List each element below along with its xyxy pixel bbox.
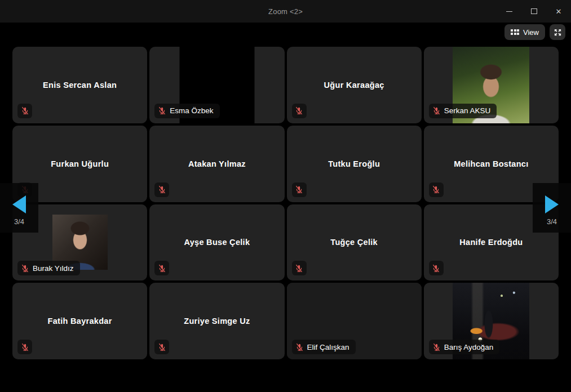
mic-muted-badge [154,261,169,275]
participant-tile[interactable]: Tutku Eroğlu [287,126,422,202]
mic-muted-badge [292,182,307,197]
page-indicator-left: 3/4 [14,217,24,226]
page-indicator-right: 3/4 [547,217,557,226]
view-button[interactable]: View [504,24,545,40]
maximize-icon [531,8,537,14]
mic-muted-icon [21,264,29,273]
participant-name-centered: Tuğçe Çelik [287,204,422,281]
participant-name-label: Elif Çalışkan [292,340,356,354]
mic-muted-icon [21,106,29,115]
maximize-button[interactable] [521,0,546,23]
minimize-button[interactable] [497,0,521,23]
participant-label-name: Esma Özbek [170,106,213,115]
mic-muted-icon [295,185,303,194]
participant-name-centered: Fatih Bayrakdar [12,283,147,359]
participant-name-centered: Uğur Karaağaç [287,47,422,123]
participant-tile[interactable]: Ayşe Buse Çelik [149,204,284,281]
mic-muted-icon [295,106,303,115]
window-controls: ✕ [497,0,571,23]
participant-name-centered: Tutku Eroğlu [287,126,422,202]
participant-label-name: Serkan AKSU [444,106,491,115]
participants-grid: Enis Sercan Aslan Esma Özbek [12,47,559,359]
view-button-label: View [523,28,539,37]
participant-tile[interactable]: Enis Sercan Aslan [12,47,147,123]
participant-name-centered: Ayşe Buse Çelik [149,204,284,281]
gallery-view-icon [511,29,519,35]
participant-name-label: Serkan AKSU [429,104,497,118]
mic-muted-icon [432,343,441,351]
participant-tile[interactable]: Esma Özbek [149,47,284,123]
mic-muted-icon [158,343,166,351]
mic-muted-badge [154,340,169,354]
participant-label-name: Elif Çalışkan [307,343,349,351]
fullscreen-icon [554,28,562,37]
mic-muted-badge [292,261,307,275]
mic-muted-icon [432,185,440,194]
next-page-overlay: 3/4 [533,183,571,233]
participant-name-label: Burak Yıldız [17,261,80,275]
zoom-window: Zoom <2> ✕ View Enis Sercan Aslan [0,0,571,392]
participant-tile[interactable]: Elif Çalışkan [287,283,422,359]
participant-tile[interactable]: Zuriye Simge Uz [149,283,284,359]
participant-name-centered: Atakan Yılmaz [149,126,284,202]
close-button[interactable]: ✕ [546,0,571,23]
minimize-icon [506,11,512,12]
mic-muted-badge [17,104,32,118]
participant-tile[interactable]: Serkan AKSU [424,47,559,123]
mic-muted-badge [429,182,444,197]
mic-muted-icon [158,185,166,194]
window-title: Zoom <2> [0,0,571,23]
mic-muted-icon [158,264,166,273]
titlebar: Zoom <2> ✕ [0,0,571,23]
participant-tile[interactable]: Uğur Karaağaç [287,47,422,123]
mic-muted-badge [17,340,32,354]
previous-page-arrow-icon[interactable] [12,195,26,213]
mic-muted-icon [295,343,304,351]
mic-muted-badge [429,261,444,275]
close-icon: ✕ [556,8,562,15]
participant-name-centered: Zuriye Simge Uz [149,283,284,359]
participant-name-label: Barış Aydoğan [429,340,500,354]
mic-muted-icon [295,264,303,273]
view-toolbar: View [504,24,565,40]
fullscreen-button[interactable] [550,24,565,40]
next-page-arrow-icon[interactable] [545,195,559,213]
mic-muted-icon [21,343,29,351]
participant-label-name: Burak Yıldız [33,264,74,273]
participant-tile[interactable]: Tuğçe Çelik [287,204,422,281]
participant-tile[interactable]: Barış Aydoğan [424,283,559,359]
participant-label-name: Barış Aydoğan [444,343,494,351]
participant-tile[interactable]: Fatih Bayrakdar [12,283,147,359]
participant-name-centered: Enis Sercan Aslan [12,47,147,123]
mic-muted-icon [158,106,166,115]
mic-muted-icon [432,106,441,115]
mic-muted-badge [154,182,169,197]
mic-muted-icon [432,264,440,273]
participant-name-label: Esma Özbek [154,104,219,118]
participant-tile[interactable]: Atakan Yılmaz [149,126,284,202]
mic-muted-badge [292,104,307,118]
previous-page-overlay: 3/4 [0,183,38,233]
